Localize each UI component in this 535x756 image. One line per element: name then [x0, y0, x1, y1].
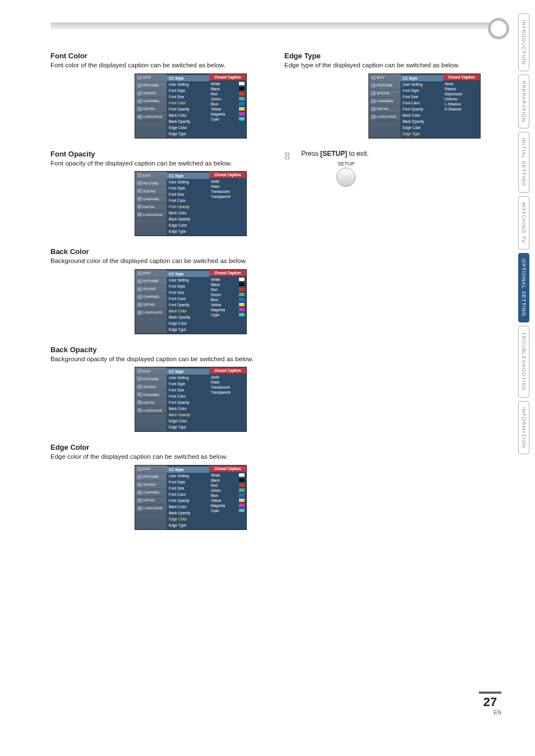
osd-mid-item[interactable]: Back Opacity [167, 118, 209, 125]
osd-mid-item[interactable]: Font Size [167, 191, 209, 197]
osd-nav-sound[interactable]: SOUND [135, 187, 167, 195]
osd-nav-exit[interactable]: EXIT [135, 74, 167, 82]
osd-nav-detail[interactable]: DETAIL [135, 301, 167, 309]
osd-option[interactable]: Cyan [211, 312, 245, 317]
osd-nav-picture[interactable]: PICTURE [135, 278, 167, 285]
osd-option[interactable]: White [211, 473, 245, 478]
osd-option[interactable]: L.Shadow [445, 102, 478, 107]
osd-mid-item[interactable]: Font Color [400, 100, 443, 106]
osd-nav-channel[interactable]: CHANNEL [135, 489, 167, 497]
osd-mid-item[interactable]: Font Style [400, 87, 443, 94]
osd-nav-detail[interactable]: DETAIL [369, 105, 400, 113]
osd-option[interactable]: Green [211, 292, 245, 297]
osd-nav-detail[interactable]: DETAIL [135, 399, 167, 407]
osd-nav-language[interactable]: LANGUAGE [135, 407, 167, 414]
osd-option[interactable]: Translucent [211, 189, 245, 194]
osd-option[interactable]: Solid [211, 179, 245, 184]
osd-mid-item[interactable]: Font Opacity [167, 399, 209, 405]
side-tab-initial-setting[interactable]: INITIAL SETTING [518, 132, 529, 193]
osd-nav-language[interactable]: LANGUAGE [135, 211, 167, 219]
osd-nav-picture[interactable]: PICTURE [135, 473, 167, 481]
osd-mid-item[interactable]: User Setting [167, 375, 209, 381]
osd-nav-exit[interactable]: EXIT [369, 74, 400, 82]
osd-option[interactable]: Magenta [211, 112, 245, 117]
osd-mid-item[interactable]: Edge Type [400, 131, 443, 137]
osd-mid-item[interactable]: Font Size [400, 94, 443, 100]
osd-option[interactable]: Red [211, 91, 245, 96]
osd-mid-item[interactable]: Font Size [167, 387, 209, 393]
setup-button-icon[interactable] [336, 168, 356, 187]
side-tab-watching-tv[interactable]: WATCHING TV [518, 196, 529, 250]
osd-mid-item[interactable]: Back Color [167, 308, 209, 314]
osd-mid-item[interactable]: Back Color [167, 112, 209, 118]
osd-mid-item[interactable]: Back Color [167, 405, 209, 412]
osd-mid-item[interactable]: Back Color [167, 210, 209, 216]
osd-mid-item[interactable]: Back Color [167, 504, 209, 510]
osd-mid-item[interactable]: Edge Type [167, 131, 209, 137]
osd-mid-item[interactable]: Edge Color [167, 516, 209, 522]
osd-option[interactable]: Flash [211, 184, 245, 189]
osd-mid-item[interactable]: Font Style [167, 185, 209, 191]
osd-option[interactable]: Yellow [211, 498, 245, 503]
side-tab-information[interactable]: INFORMATION [518, 401, 529, 454]
osd-mid-item[interactable]: Font Color [167, 197, 209, 204]
osd-option[interactable]: Translucent [211, 385, 245, 390]
osd-nav-channel[interactable]: CHANNEL [135, 391, 167, 399]
side-tab-optional-setting[interactable]: OPTIONAL SETTING [518, 253, 529, 323]
osd-nav-language[interactable]: LANGUAGE [135, 505, 167, 513]
osd-mid-item[interactable]: Font Color [167, 491, 209, 497]
osd-mid-item[interactable]: Font Style [167, 87, 209, 94]
osd-mid-item[interactable]: Font Style [167, 479, 209, 485]
osd-mid-item[interactable]: User Setting [400, 81, 443, 87]
osd-option[interactable]: Black [211, 282, 245, 287]
osd-option[interactable]: Red [211, 483, 245, 488]
osd-nav-sound[interactable]: SOUND [135, 383, 167, 391]
osd-nav-sound[interactable]: SOUND [369, 90, 400, 98]
osd-nav-exit[interactable]: EXIT [135, 270, 167, 278]
osd-mid-item[interactable]: Back Opacity [167, 510, 209, 516]
osd-mid-item[interactable]: Edge Type [167, 326, 209, 333]
side-tab-introduction[interactable]: INTRODUCTION [518, 13, 529, 71]
osd-mid-item[interactable]: Edge Color [167, 222, 209, 228]
osd-option[interactable]: Solid [211, 375, 245, 380]
osd-option[interactable]: White [211, 81, 245, 86]
osd-mid-item[interactable]: Edge Type [167, 424, 209, 430]
osd-nav-detail[interactable]: DETAIL [135, 497, 167, 505]
osd-nav-language[interactable]: LANGUAGE [369, 113, 400, 121]
osd-mid-item[interactable]: Font Opacity [400, 106, 443, 112]
osd-mid-item[interactable]: Font Style [167, 381, 209, 387]
osd-mid-item[interactable]: Back Opacity [167, 216, 209, 222]
osd-mid-item[interactable]: Font Color [167, 393, 209, 399]
osd-nav-detail[interactable]: DETAIL [135, 105, 167, 113]
osd-option[interactable]: Magenta [211, 307, 245, 312]
osd-option[interactable]: R.Shadow [445, 107, 478, 112]
osd-option[interactable]: Magenta [211, 503, 245, 508]
osd-mid-item[interactable]: Back Opacity [167, 412, 209, 418]
osd-mid-item[interactable]: Edge Type [167, 522, 209, 528]
osd-mid-item[interactable]: User Setting [167, 81, 209, 87]
osd-option[interactable]: Cyan [211, 117, 245, 122]
osd-option[interactable]: Blue [211, 102, 245, 107]
osd-option[interactable]: None [445, 81, 478, 86]
osd-mid-item[interactable]: User Setting [167, 179, 209, 185]
osd-mid-item[interactable]: Font Size [167, 94, 209, 100]
osd-nav-sound[interactable]: SOUND [135, 481, 167, 489]
osd-nav-picture[interactable]: PICTURE [369, 82, 400, 90]
osd-option[interactable]: Black [211, 478, 245, 483]
osd-option[interactable]: Red [211, 287, 245, 292]
osd-mid-item[interactable]: Font Opacity [167, 106, 209, 112]
osd-mid-item[interactable]: Edge Color [167, 418, 209, 424]
osd-mid-item[interactable]: Edge Color [400, 125, 443, 131]
osd-mid-item[interactable]: Font Opacity [167, 302, 209, 308]
osd-option[interactable]: Green [211, 488, 245, 493]
osd-nav-channel[interactable]: CHANNEL [135, 98, 167, 105]
osd-nav-sound[interactable]: SOUND [135, 90, 167, 98]
osd-mid-item[interactable]: Back Color [400, 112, 443, 118]
osd-option[interactable]: Yellow [211, 302, 245, 307]
osd-mid-item[interactable]: Font Size [167, 485, 209, 491]
osd-option[interactable]: Yellow [211, 107, 245, 112]
osd-option[interactable]: Black [211, 86, 245, 91]
osd-nav-picture[interactable]: PICTURE [135, 82, 167, 90]
osd-nav-exit[interactable]: EXIT [135, 367, 167, 375]
osd-mid-item[interactable]: Font Color [167, 296, 209, 302]
